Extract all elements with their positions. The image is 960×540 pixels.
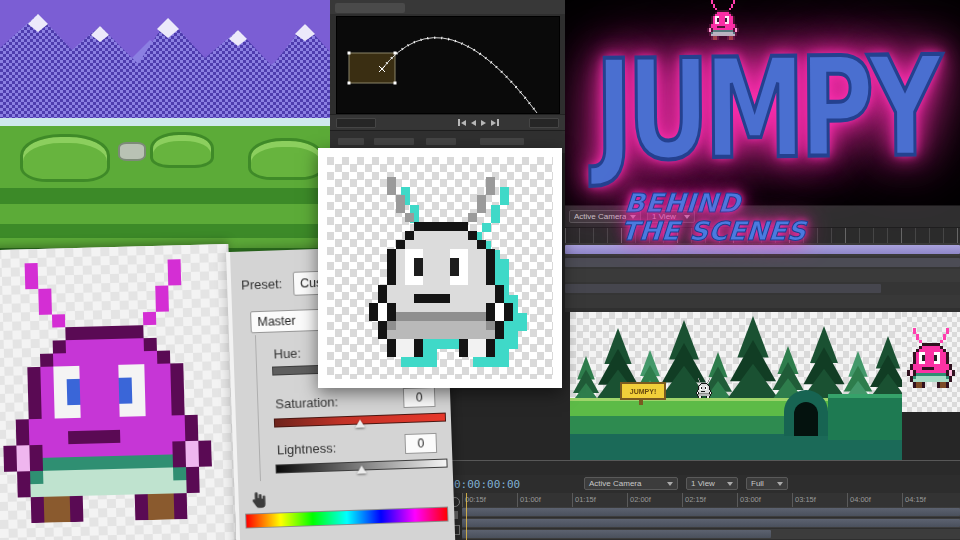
camera-dropdown-value: Active Camera [574,212,626,221]
magenta-bug-sprite [0,258,213,523]
preset-label: Preset: [241,276,283,292]
saturation-slider-thumb[interactable] [355,419,365,427]
option-chip[interactable] [426,138,456,145]
timeline-ruler[interactable]: 00:15f01:00f01:15f02:00f02:15f03:00f03:1… [462,493,960,508]
saturation-slider[interactable] [274,413,446,428]
motion-viewport[interactable] [336,16,560,114]
option-chip[interactable] [480,138,524,145]
tunnel-sprite [784,390,828,436]
layer-row[interactable] [462,529,960,540]
frame-label: 03:00f [737,493,792,507]
pine-tree [723,316,784,410]
hue-spectrum-bar [245,507,448,529]
current-time-indicator[interactable] [466,493,467,540]
lightness-slider-thumb[interactable] [357,465,367,473]
frame-label: 02:00f [627,493,682,507]
sprite-preview-frame [318,148,562,388]
chevron-down-icon [727,482,733,486]
layer-bar[interactable] [565,258,960,267]
level-sign: JUMPY! [620,382,666,400]
level-scene-panel: JUMPY! [570,312,902,460]
panel-tab[interactable] [335,3,405,13]
resolution-dropdown-value: Full [751,479,764,488]
ae-timeline-panel: 0:00:00:00 Active Camera 1 View Full 00:… [445,460,960,540]
ae-motion-path-panel [330,0,566,152]
gray-bug-sprite [369,177,513,357]
hue-label: Hue: [273,346,301,362]
grass-stripe [0,224,330,238]
stone-sprite [118,142,146,161]
timeline-header-bar [446,461,960,476]
bush-sprite [248,138,324,180]
option-chip[interactable] [338,138,364,145]
camera-dropdown[interactable]: Active Camera [584,477,678,490]
lightness-label: Lightness: [277,440,337,457]
camera-dropdown-value: Active Camera [589,479,641,488]
layer-bar[interactable] [462,508,960,516]
option-chip[interactable] [374,138,414,145]
transport-bar [330,114,565,131]
gray-bug-sprite-tiny [696,378,712,398]
frame-label: 00:15f [462,493,517,507]
platform-block [828,394,902,440]
go-to-end-button[interactable] [491,119,499,126]
level-sign-post [639,398,643,405]
on-image-hand-tool-icon[interactable] [248,489,269,510]
bush-sprite [150,132,214,168]
horizon-strip [0,118,330,126]
layer-bar[interactable] [565,284,881,293]
chevron-down-icon [667,482,673,486]
motion-path-graphic [337,17,559,113]
layer-row[interactable] [565,256,960,269]
lightness-value-field[interactable]: 0 [404,433,437,454]
panel-tab-bar [330,0,565,14]
view-dropdown-value: 1 View [691,479,715,488]
grass-stripe [0,188,330,204]
timecode-box [336,118,376,128]
layer-row[interactable] [565,295,960,308]
view-layout-dropdown[interactable]: 1 View [686,477,738,490]
layer-bar[interactable] [462,530,771,538]
frame-label: 04:00f [847,493,902,507]
play-button[interactable] [481,120,486,126]
layer-bar[interactable] [462,519,960,527]
sprite-sheet-strip [902,312,960,412]
resolution-dropdown[interactable]: Full [746,477,788,490]
current-timecode[interactable]: 0:00:00:00 [454,478,520,491]
bush-sprite [20,134,110,182]
pink-bug-sprite [907,328,955,388]
lightness-slider[interactable] [275,459,447,474]
layer-row[interactable] [565,269,960,282]
saturation-value-field[interactable]: 0 [403,387,436,408]
previous-frame-button[interactable] [471,120,476,126]
layer-row[interactable] [462,518,960,529]
timeline-toolbar: 0:00:00:00 Active Camera 1 View Full [446,475,960,493]
zoom-box [529,118,559,128]
frame-label: 01:00f [517,493,572,507]
layer-row[interactable] [462,507,960,518]
subtitle-line2: THE SCENES [620,216,807,246]
frame-label: 02:15f [682,493,737,507]
jumpy-title-text: JUMPY [583,26,948,191]
layer-bar[interactable] [565,245,960,254]
frame-label: 03:15f [792,493,847,507]
frame-label: 01:15f [572,493,627,507]
channel-value: Master [257,314,296,329]
game-background-art [0,0,330,252]
tunnel-arch [794,402,818,436]
ae-composition-panel: JUMPY BEHIND THE SCENES Active Camera 1 … [565,0,960,312]
group-indent-line [255,335,261,481]
chevron-down-icon [777,482,783,486]
go-to-start-button[interactable] [458,119,466,126]
transport-controls [458,119,499,126]
magenta-character-panel [0,244,236,540]
layer-row[interactable] [565,282,960,295]
timeline-tracks [462,507,960,540]
mountains-graphic [0,0,330,130]
saturation-label: Saturation: [275,394,338,411]
frame-label: 04:15f [902,493,957,507]
subtitle-line1: BEHIND [624,188,741,218]
